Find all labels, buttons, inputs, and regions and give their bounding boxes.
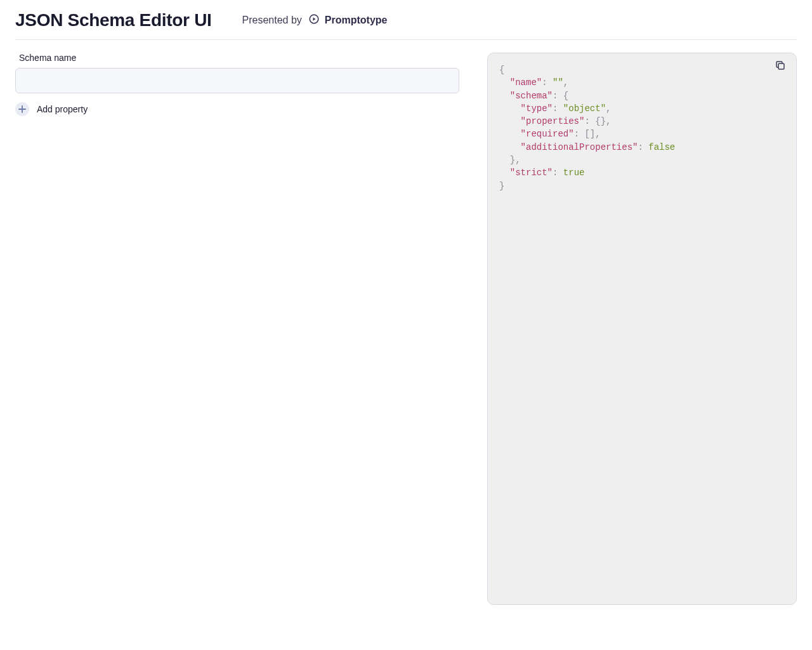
add-property-button[interactable]: Add property — [15, 102, 472, 116]
presented-by: Presented by Promptotype — [242, 13, 388, 27]
schema-name-input[interactable] — [15, 68, 459, 93]
svg-rect-3 — [778, 63, 784, 69]
code-preview-panel: { "name": "", "schema": { "type": "objec… — [487, 53, 797, 605]
copy-icon — [775, 60, 786, 71]
presented-by-label: Presented by — [242, 15, 302, 26]
copy-button[interactable] — [775, 60, 789, 74]
play-circle-icon — [308, 13, 320, 27]
editor-panel: Schema name Add property — [15, 53, 472, 605]
json-output: { "name": "", "schema": { "type": "objec… — [499, 63, 785, 192]
add-property-label: Add property — [37, 104, 88, 114]
schema-name-label: Schema name — [19, 53, 472, 63]
plus-icon — [15, 102, 29, 116]
page-title: JSON Schema Editor UI — [15, 10, 212, 30]
brand-name: Promptotype — [325, 15, 388, 26]
header: JSON Schema Editor UI Presented by Promp… — [15, 0, 797, 40]
brand-link[interactable]: Promptotype — [308, 13, 388, 27]
